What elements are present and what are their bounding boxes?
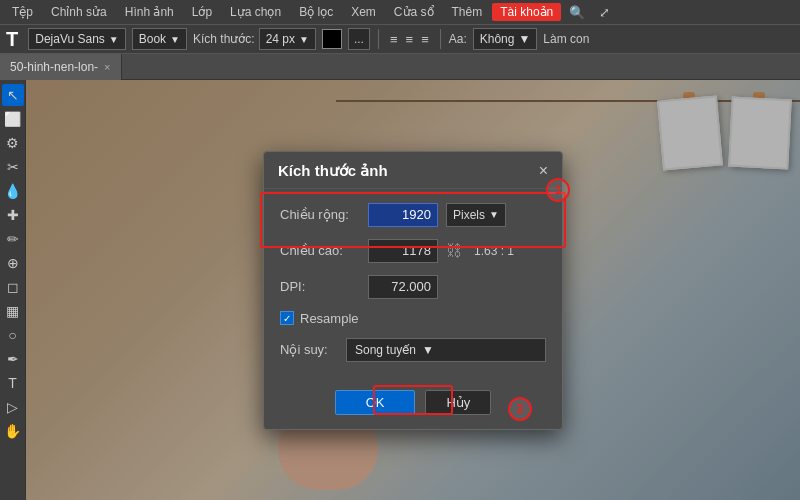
height-row: Chiều cao: ⛓ 1.63 : 1	[280, 239, 546, 263]
canvas-background: Kích thước ảnh × Chiều rộng: P	[26, 80, 800, 500]
menu-xem[interactable]: Xem	[343, 3, 384, 21]
noi-suy-arrow: ▼	[422, 343, 434, 357]
marquee-tool[interactable]: ⬜	[2, 108, 24, 130]
height-input[interactable]	[368, 239, 438, 263]
text-tool[interactable]: T	[2, 372, 24, 394]
font-name-selector[interactable]: DejaVu Sans ▼	[28, 28, 126, 50]
height-label: Chiều cao:	[280, 243, 360, 258]
menu-tai-khoan[interactable]: Tài khoản	[492, 3, 561, 21]
aa-label: Aa:	[449, 32, 467, 46]
dpi-row: DPI:	[280, 275, 546, 299]
dialog-close-button[interactable]: ×	[539, 162, 548, 180]
selection-tool[interactable]: ↖	[2, 84, 24, 106]
font-style-selector[interactable]: Book ▼	[132, 28, 187, 50]
separator-2	[440, 29, 441, 49]
healing-tool[interactable]: ✚	[2, 204, 24, 226]
dialog-body: Chiều rộng: Pixels ▼ Chiều cao:	[264, 189, 562, 390]
chain-icon: ⛓	[446, 242, 462, 260]
align-right-button[interactable]: ≡	[418, 30, 432, 49]
dialog-title: Kích thước ảnh	[278, 162, 388, 180]
image-size-dialog: Kích thước ảnh × Chiều rộng: P	[263, 151, 563, 430]
noi-suy-selector[interactable]: Song tuyến ▼	[346, 338, 546, 362]
font-name-arrow: ▼	[109, 34, 119, 45]
align-center-button[interactable]: ≡	[403, 30, 417, 49]
unit-label: Pixels	[453, 208, 485, 222]
menu-bo-loc[interactable]: Bộ lọc	[291, 3, 341, 21]
cancel-button[interactable]: Hủy	[425, 390, 491, 415]
clone-tool[interactable]: ⊕	[2, 252, 24, 274]
resample-label: Resample	[300, 311, 359, 326]
noi-suy-value: Song tuyến	[355, 343, 416, 357]
dpi-label: DPI:	[280, 279, 360, 294]
lasso-tool[interactable]: ⚙	[2, 132, 24, 154]
eyedropper-tool[interactable]: 💧	[2, 180, 24, 202]
tab-bar: 50-hinh-nen-lon- ×	[0, 54, 800, 80]
tab-file[interactable]: 50-hinh-nen-lon- ×	[0, 54, 122, 80]
tab-close-button[interactable]: ×	[104, 61, 110, 73]
resize-icon[interactable]: ⤢	[593, 3, 616, 22]
separator	[378, 29, 379, 49]
menu-tep[interactable]: Tệp	[4, 3, 41, 21]
search-icon[interactable]: 🔍	[563, 3, 591, 22]
menu-bar: Tệp Chỉnh sửa Hình ảnh Lớp Lựa chọn Bộ l…	[0, 0, 800, 24]
text-tool-icon[interactable]: T	[6, 28, 18, 51]
main-area: ↖ ⬜ ⚙ ✂ 💧 ✚ ✏ ⊕ ◻ ▦ ○ ✒ T ▷ ✋	[0, 80, 800, 500]
font-size-label: Kích thước:	[193, 32, 255, 46]
resample-row: ✓ Resample	[280, 311, 546, 326]
font-name-label: DejaVu Sans	[35, 32, 105, 46]
align-left-button[interactable]: ≡	[387, 30, 401, 49]
menu-them[interactable]: Thêm	[444, 3, 491, 21]
width-row: Chiều rộng: Pixels ▼	[280, 203, 546, 227]
font-style-label: Book	[139, 32, 166, 46]
font-size-group: Kích thước: 24 px ▼	[193, 28, 316, 50]
menu-cua-so[interactable]: Cửa sổ	[386, 3, 442, 21]
pen-tool[interactable]: ✒	[2, 348, 24, 370]
toolbox: ↖ ⬜ ⚙ ✂ 💧 ✚ ✏ ⊕ ◻ ▦ ○ ✒ T ▷ ✋	[0, 80, 26, 500]
width-input[interactable]	[368, 203, 438, 227]
annotation-number-1: 1	[546, 178, 570, 202]
font-size-arrow: ▼	[299, 34, 309, 45]
font-size-value: 24 px	[266, 32, 295, 46]
noi-suy-row: Nội suy: Song tuyến ▼	[280, 338, 546, 362]
menu-lua-chon[interactable]: Lựa chọn	[222, 3, 289, 21]
aa-selector[interactable]: Không ▼	[473, 28, 538, 50]
more-options-button[interactable]: ...	[348, 28, 370, 50]
shape-tool[interactable]: ▷	[2, 396, 24, 418]
width-label: Chiều rộng:	[280, 207, 360, 222]
color-picker[interactable]	[322, 29, 342, 49]
resample-checkbox[interactable]: ✓	[280, 311, 294, 325]
canvas-area: Kích thước ảnh × Chiều rộng: P	[26, 80, 800, 500]
align-group: ≡ ≡ ≡	[387, 30, 432, 49]
crop-tool[interactable]: ✂	[2, 156, 24, 178]
brush-tool[interactable]: ✏	[2, 228, 24, 250]
unit-selector[interactable]: Pixels ▼	[446, 203, 506, 227]
aa-value: Không	[480, 32, 515, 46]
font-style-arrow: ▼	[170, 34, 180, 45]
tab-name: 50-hinh-nen-lon-	[10, 60, 98, 74]
noi-suy-label: Nội suy:	[280, 342, 338, 357]
toolbar: T DejaVu Sans ▼ Book ▼ Kích thước: 24 px…	[0, 24, 800, 54]
lam-con-button[interactable]: Làm con	[543, 32, 589, 46]
dialog-title-bar: Kích thước ảnh ×	[264, 152, 562, 189]
menu-hinh-anh[interactable]: Hình ảnh	[117, 3, 182, 21]
font-size-selector[interactable]: 24 px ▼	[259, 28, 316, 50]
gradient-tool[interactable]: ▦	[2, 300, 24, 322]
dialog-overlay: Kích thước ảnh × Chiều rộng: P	[26, 80, 800, 500]
hand-tool[interactable]: ✋	[2, 420, 24, 442]
unit-arrow: ▼	[489, 209, 499, 220]
ok-button[interactable]: OK	[335, 390, 416, 415]
eraser-tool[interactable]: ◻	[2, 276, 24, 298]
dpi-input[interactable]	[368, 275, 438, 299]
annotation-number-2: 2	[508, 397, 532, 421]
ratio-display: 1.63 : 1	[474, 244, 514, 258]
menu-chinh-sua[interactable]: Chỉnh sửa	[43, 3, 115, 21]
dodge-tool[interactable]: ○	[2, 324, 24, 346]
aa-arrow: ▼	[518, 32, 530, 46]
menu-lop[interactable]: Lớp	[184, 3, 220, 21]
